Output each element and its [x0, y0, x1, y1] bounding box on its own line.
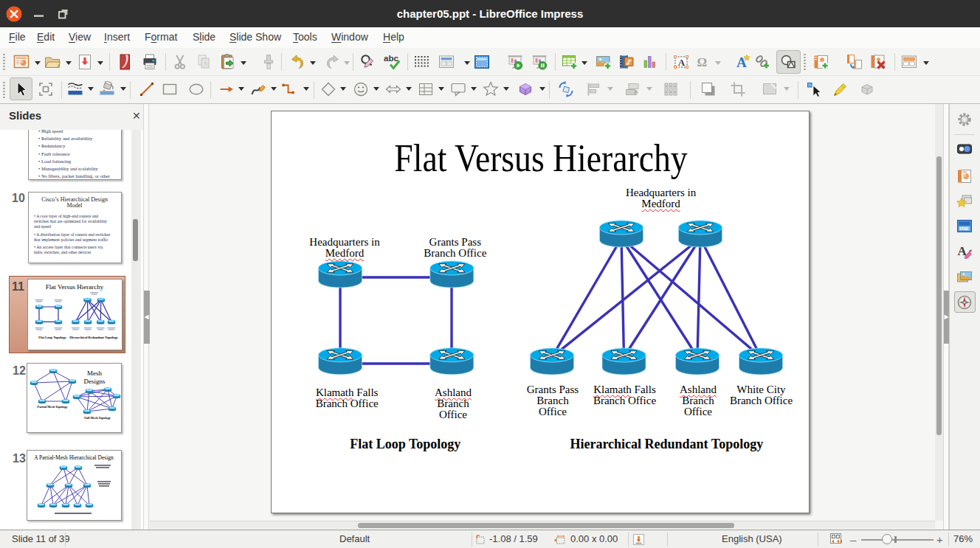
- svg-text:Designs: Designs: [84, 378, 106, 385]
- svg-text:Partial-Mesh Topology: Partial-Mesh Topology: [38, 405, 69, 409]
- svg-text:abc: abc: [384, 54, 398, 63]
- svg-text:Hierarchical Redundant Topolog: Hierarchical Redundant Topology: [69, 336, 118, 339]
- svg-text:A Partial-Mesh Hierarchical De: A Partial-Mesh Hierarchical Design: [34, 454, 114, 461]
- svg-text:Flat Loop Topology: Flat Loop Topology: [38, 336, 66, 339]
- svg-text:Mesh: Mesh: [87, 370, 102, 377]
- svg-text:Flat Versus Hierarchy: Flat Versus Hierarchy: [46, 283, 104, 291]
- svg-text:Full-Mesh Topology: Full-Mesh Topology: [84, 416, 111, 420]
- svg-text:A: A: [678, 57, 686, 68]
- svg-text:Ω: Ω: [697, 55, 708, 69]
